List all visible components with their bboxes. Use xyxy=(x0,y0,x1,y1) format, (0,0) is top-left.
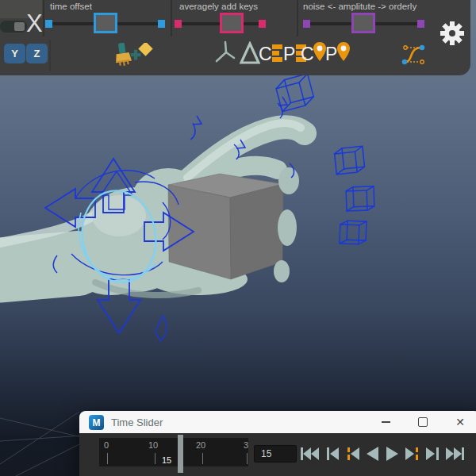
window-titlebar[interactable]: M Time Slider ✕ xyxy=(79,411,476,433)
axis-y-button[interactable]: Y xyxy=(4,44,25,63)
slider-value-box[interactable] xyxy=(351,13,375,33)
axis-tripod-icon[interactable] xyxy=(213,40,240,67)
slider-handle-right[interactable] xyxy=(259,20,266,28)
timeline[interactable]: 0 10 20 3 xyxy=(99,438,248,466)
slider-label: time offset xyxy=(50,2,92,11)
step-forward-frame-button[interactable] xyxy=(424,447,440,461)
svg-text:C: C xyxy=(259,44,272,64)
maya-screen: { "toolbar": { "axis": { "x_label": "X",… xyxy=(0,0,476,476)
axis-x-label: X xyxy=(26,10,43,38)
go-to-start-button[interactable] xyxy=(300,447,320,461)
step-forward-key-button[interactable] xyxy=(404,447,420,461)
slider-handle-left[interactable] xyxy=(175,20,182,28)
mini-toggle-knob[interactable] xyxy=(14,22,25,31)
playback-controls xyxy=(300,446,465,462)
ghost-cube xyxy=(334,146,365,175)
paste-pin-icon[interactable]: P xyxy=(324,40,350,66)
timeline-tick-label: 0 xyxy=(104,440,109,450)
time-slider-window: M Time Slider ✕ 0 10 20 3 15 xyxy=(79,411,476,476)
timeline-tick-label: 3 xyxy=(244,440,248,450)
slider-label: averagely add keys xyxy=(179,2,258,11)
window-title: Time Slider xyxy=(111,416,163,428)
go-to-end-button[interactable] xyxy=(445,447,465,461)
playhead[interactable] xyxy=(178,435,183,473)
svg-text:C: C xyxy=(301,44,314,64)
maximize-button[interactable] xyxy=(414,414,432,430)
divider xyxy=(49,40,51,71)
copy-pin-icon[interactable]: C xyxy=(301,40,326,66)
slider-value-box[interactable] xyxy=(94,13,117,33)
timeline-tick xyxy=(247,453,248,464)
copy-list-icon[interactable]: C xyxy=(258,41,283,65)
ghost-cube xyxy=(346,186,374,211)
minimize-icon xyxy=(382,421,390,423)
curve-tangent-icon[interactable] xyxy=(399,41,429,68)
timeline-tick xyxy=(202,453,203,464)
time-slider-body: 0 10 20 3 15 xyxy=(79,433,476,476)
slider-time-offset: time offset xyxy=(45,0,165,36)
play-forwards-button[interactable] xyxy=(385,447,399,461)
slider-averagely-add-keys: averagely add keys xyxy=(175,0,266,36)
divider xyxy=(43,0,44,36)
ghost-cube xyxy=(274,74,315,112)
step-back-key-button[interactable] xyxy=(345,447,361,461)
slider-handle-right[interactable] xyxy=(417,20,424,28)
slider-handle-right[interactable] xyxy=(158,20,165,28)
divider xyxy=(171,0,172,36)
timeline-tick xyxy=(155,453,155,464)
step-back-frame-button[interactable] xyxy=(324,447,340,461)
slider-handle-left[interactable] xyxy=(45,20,52,28)
divider xyxy=(297,0,298,36)
slider-noise-amplitude: noise <- amplitute -> orderly xyxy=(303,0,424,36)
close-icon: ✕ xyxy=(455,416,465,428)
settings-gear-icon[interactable] xyxy=(440,21,465,46)
current-frame-label: 15 xyxy=(162,455,171,465)
close-button[interactable]: ✕ xyxy=(451,414,469,430)
minimize-button[interactable] xyxy=(377,414,394,430)
add-keys-icon[interactable] xyxy=(129,43,155,67)
slider-handle-left[interactable] xyxy=(303,20,310,28)
svg-text:P: P xyxy=(283,44,295,64)
play-backwards-button[interactable] xyxy=(366,447,380,461)
maximize-icon xyxy=(418,417,428,427)
maya-app-icon: M xyxy=(89,415,104,430)
frame-field[interactable] xyxy=(254,445,297,463)
timeline-tick xyxy=(107,453,108,464)
timeline-tick-label: 10 xyxy=(148,440,158,450)
ghost-cube xyxy=(340,221,367,244)
slider-label: noise <- amplitute -> orderly xyxy=(303,2,416,11)
axis-z-button[interactable]: Z xyxy=(26,44,48,63)
timeline-tick-label: 20 xyxy=(196,440,205,450)
slider-value-box[interactable] xyxy=(220,13,244,33)
svg-text:P: P xyxy=(325,44,337,64)
keyframe-toolbar: X Y Z time offset averagely add keys noi… xyxy=(0,0,470,75)
